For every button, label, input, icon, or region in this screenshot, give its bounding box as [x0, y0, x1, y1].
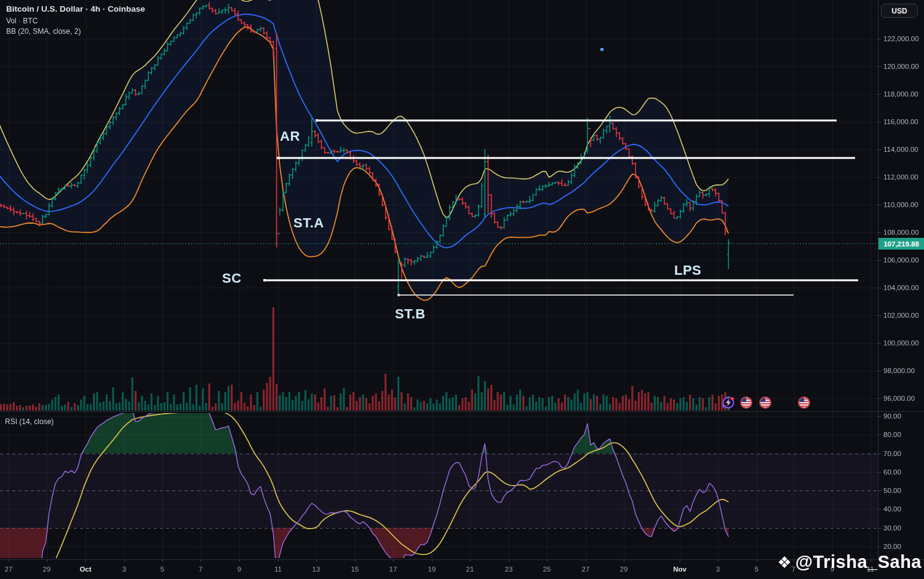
us-flag-event-icon[interactable] [759, 396, 772, 409]
us-flag-event-icon[interactable] [797, 396, 811, 409]
watermark-handle: @Trisha_Saha [795, 552, 922, 572]
annotation-label-sta[interactable]: ST.A [293, 215, 324, 231]
chart-canvas[interactable] [0, 0, 924, 579]
economic-event-icon[interactable] [722, 396, 735, 409]
diamond-logo-icon: ❖ [778, 554, 792, 570]
chart-legend: Bitcoin / U.S. Dollar · 4h · Coinbase Vo… [6, 5, 145, 38]
legend-volume-row[interactable]: Vol · BTC [6, 17, 145, 25]
us-flag-event-icon[interactable] [739, 396, 753, 409]
current-price-badge: 107,219.88 [878, 238, 924, 250]
rsi-indicator-legend[interactable]: RSI (14, close) [5, 417, 54, 426]
annotation-label-ar[interactable]: AR [280, 128, 300, 144]
tradingview-chart-window: Bitcoin / U.S. Dollar · 4h · Coinbase Vo… [0, 0, 924, 579]
annotation-label-stb[interactable]: ST.B [395, 306, 426, 322]
symbol-title[interactable]: Bitcoin / U.S. Dollar · 4h · Coinbase [6, 5, 145, 14]
annotation-label-sc[interactable]: SC [222, 270, 242, 286]
drawing-anchor-dot[interactable] [600, 48, 603, 51]
annotation-label-lps[interactable]: LPS [674, 262, 701, 278]
price-axis[interactable] [878, 0, 924, 559]
legend-bollinger-row[interactable]: BB (20, SMA, close, 2) [6, 28, 145, 35]
author-watermark: ❖ @Trisha_Saha [778, 552, 922, 572]
